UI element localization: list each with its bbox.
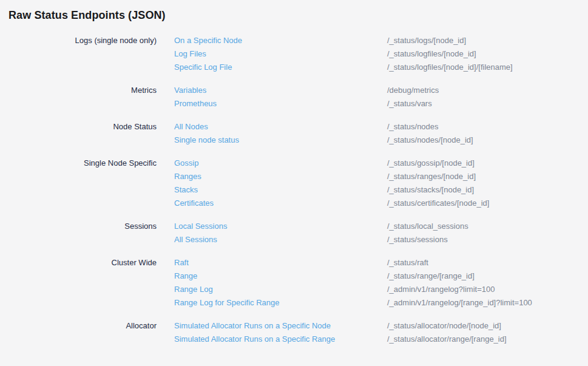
endpoint-link[interactable]: Raft (157, 256, 387, 269)
endpoint-link[interactable]: Stacks (157, 183, 387, 197)
endpoint-sections: Logs (single node only)On a Specific Nod… (8, 34, 588, 346)
endpoint-path: /_status/allocator/node/[node_id] (387, 319, 588, 333)
endpoint-path: /_admin/v1/rangelog/[range_id]?limit=100 (387, 296, 588, 310)
endpoint-link[interactable]: Specific Log File (157, 61, 387, 74)
endpoint-link[interactable]: Gossip (157, 157, 387, 170)
category-label: Logs (single node only) (8, 34, 157, 47)
endpoint-path: /_status/local_sessions (387, 220, 588, 233)
endpoint-path: /_status/raft (387, 256, 588, 269)
endpoint-path: /_status/allocator/range/[range_id] (387, 333, 588, 346)
endpoint-section: MetricsVariables/debug/metricsPrometheus… (8, 84, 588, 110)
endpoint-section: Node StatusAll Nodes/_status/nodesSingle… (8, 120, 588, 147)
endpoint-path: /_status/sessions (387, 233, 588, 246)
endpoint-link[interactable]: Range (157, 269, 387, 283)
category-label: Node Status (8, 120, 157, 134)
endpoint-path: /_status/gossip/[node_id] (387, 157, 588, 170)
endpoint-path: /_status/vars (387, 97, 588, 110)
endpoint-path: /_status/nodes (387, 120, 588, 134)
endpoint-link[interactable]: All Nodes (157, 120, 387, 134)
endpoint-path: /debug/metrics (387, 84, 588, 97)
endpoint-section: Logs (single node only)On a Specific Nod… (8, 34, 588, 74)
endpoint-section: Cluster WideRaft/_status/raftRange/_stat… (8, 256, 588, 310)
endpoint-link[interactable]: Simulated Allocator Runs on a Specific N… (157, 319, 387, 333)
endpoint-link[interactable]: On a Specific Node (157, 34, 387, 47)
endpoint-path: /_status/ranges/[node_id] (387, 170, 588, 183)
endpoint-section: SessionsLocal Sessions/_status/local_ses… (8, 220, 588, 246)
page-title: Raw Status Endpoints (JSON) (8, 8, 588, 22)
category-label: Sessions (8, 220, 157, 233)
endpoint-path: /_status/range/[range_id] (387, 269, 588, 283)
category-label: Single Node Specific (8, 157, 157, 170)
endpoint-path: /_status/logfiles/[node_id]/[filename] (387, 61, 588, 74)
endpoint-link[interactable]: Prometheus (157, 97, 387, 110)
endpoint-link[interactable]: Certificates (157, 197, 387, 210)
endpoint-section: Single Node SpecificGossip/_status/gossi… (8, 157, 588, 210)
endpoint-link[interactable]: Range Log for Specific Range (157, 296, 387, 310)
endpoint-section: AllocatorSimulated Allocator Runs on a S… (8, 319, 588, 346)
endpoint-link[interactable]: Ranges (157, 170, 387, 183)
endpoint-link[interactable]: Log Files (157, 47, 387, 61)
endpoint-link[interactable]: Variables (157, 84, 387, 97)
endpoint-link[interactable]: Local Sessions (157, 220, 387, 233)
category-label: Cluster Wide (8, 256, 157, 269)
category-label: Allocator (8, 319, 157, 333)
endpoint-link[interactable]: Single node status (157, 134, 387, 147)
category-label: Metrics (8, 84, 157, 97)
endpoint-path: /_status/certificates/[node_id] (387, 197, 588, 210)
endpoint-link[interactable]: Range Log (157, 283, 387, 296)
endpoint-path: /_status/nodes/[node_id] (387, 134, 588, 147)
endpoint-path: /_status/logs/[node_id] (387, 34, 588, 47)
endpoint-link[interactable]: Simulated Allocator Runs on a Specific R… (157, 333, 387, 346)
endpoint-path: /_admin/v1/rangelog?limit=100 (387, 283, 588, 296)
debug-endpoints-page: Raw Status Endpoints (JSON) Logs (single… (0, 0, 588, 366)
endpoint-path: /_status/stacks/[node_id] (387, 183, 588, 197)
endpoint-link[interactable]: All Sessions (157, 233, 387, 246)
endpoint-path: /_status/logfiles/[node_id] (387, 47, 588, 61)
